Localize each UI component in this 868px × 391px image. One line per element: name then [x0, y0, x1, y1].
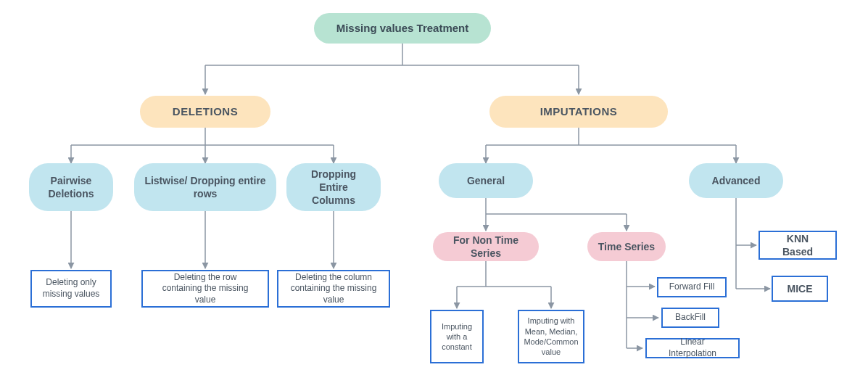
general-node: General — [439, 163, 533, 198]
non-ts-node: For Non Time Series — [433, 232, 539, 261]
knn-box: KNN Based — [759, 231, 837, 260]
listwise-node: Listwise/ Dropping entire rows — [134, 163, 276, 211]
imputations-node: IMPUTATIONS — [489, 96, 668, 128]
advanced-node: Advanced — [689, 163, 783, 198]
linear-interp-box: Linear Interpolation — [645, 338, 740, 358]
ts-node: Time Series — [587, 232, 666, 261]
root-node: Missing values Treatment — [314, 13, 491, 44]
deletions-node: DELETIONS — [140, 96, 270, 128]
dropcol-desc-box: Deleting the column containing the missi… — [277, 270, 390, 308]
forward-fill-box: Forward Fill — [657, 277, 727, 297]
listwise-desc-box: Deleting the row containing the missing … — [141, 270, 269, 308]
impute-constant-box: Imputing with a constant — [430, 310, 484, 363]
dropping-columns-node: Dropping Entire Columns — [286, 163, 381, 211]
mice-box: MICE — [772, 276, 828, 302]
pairwise-deletions-node: Pairwise Deletions — [29, 163, 113, 211]
backfill-box: BackFill — [661, 308, 719, 328]
impute-mmm-box: Imputing with Mean, Median, Mode/Common … — [518, 310, 584, 363]
pairwise-desc-box: Deleting only missing values — [30, 270, 112, 308]
